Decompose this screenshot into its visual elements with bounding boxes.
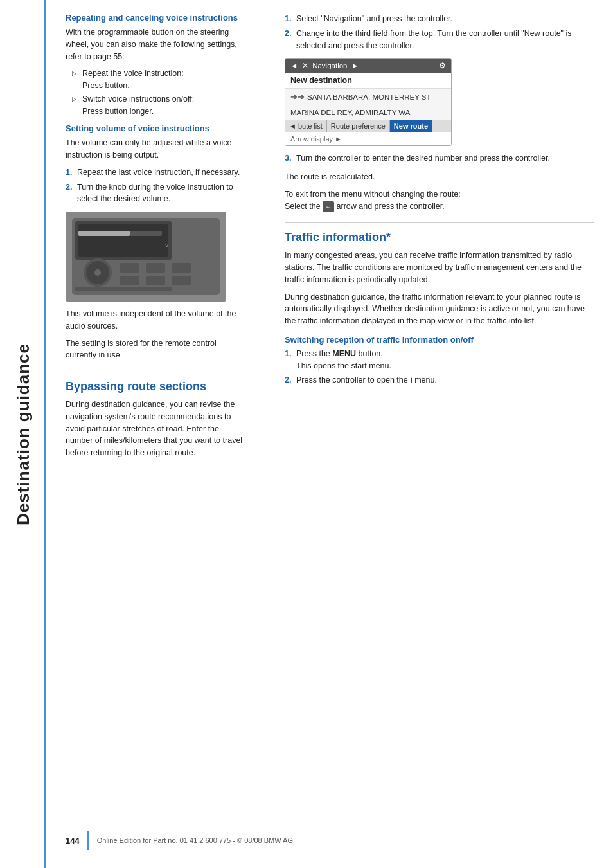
svg-rect-15 (172, 276, 191, 285)
section-traffic: Traffic information* In many congested a… (285, 222, 594, 386)
section-bypass-heading: Bypassing route sections (66, 372, 245, 393)
svg-rect-5 (78, 231, 130, 236)
footer-page-number: 144 (66, 836, 80, 845)
section-repeat-voice-heading: Repeating and canceling voice instructio… (66, 13, 245, 23)
traffic-step-2: 2. Press the controller to open the i me… (285, 374, 594, 386)
section-repeat-voice: Repeating and canceling voice instructio… (66, 13, 245, 117)
radio-image: V (66, 212, 226, 302)
bullet-switch: Switch voice instructions on/off: Press … (72, 93, 245, 118)
right-column: 1. Select "Navigation" and press the con… (285, 13, 594, 855)
repeat-voice-bullets: Repeat the voice instruction: Press butt… (66, 68, 245, 117)
dest1-arrow-icon: ➔➔ (290, 92, 305, 102)
section-volume-intro: The volume can only be adjusted while a … (66, 137, 245, 161)
section-volume: Setting volume of voice instructions The… (66, 123, 245, 361)
nav-ui-bottom: Arrow display ► (285, 132, 451, 145)
nav-ui-new-dest: New destination (285, 73, 451, 89)
nav-ui-dest2: MARINA DEL REY, ADMIRALTY WA (285, 105, 451, 120)
svg-rect-12 (172, 263, 191, 273)
svg-rect-10 (120, 263, 139, 273)
bypass-step-1: 1. Select "Navigation" and press the con… (285, 13, 594, 25)
nav-ui-tabs: ◄ bute list Route preference New route (285, 120, 451, 132)
section-bypass-intro: During destination guidance, you can rev… (66, 399, 245, 459)
section-bypass: Bypassing route sections During destinat… (66, 372, 245, 459)
tab-route-preference[interactable]: Route preference (327, 120, 390, 132)
dest2-text: MARINA DEL REY, ADMIRALTY WA (290, 109, 410, 116)
section-volume-heading: Setting volume of voice instructions (66, 123, 245, 133)
svg-text:V: V (165, 242, 169, 248)
sidebar: Destination guidance (0, 0, 46, 868)
dest1-text: SANTA BARBARA, MONTERREY ST (307, 93, 431, 101)
volume-caption1: This volume is independent of the volume… (66, 308, 245, 332)
svg-rect-11 (146, 263, 165, 273)
traffic-step-1: 1. Press the MENU button.This opens the … (285, 348, 594, 372)
bypass-step-3: 3. Turn the controller to enter the desi… (285, 152, 594, 165)
bullet-repeat: Repeat the voice instruction: Press butt… (72, 68, 245, 92)
bypass-steps-top: 1. Select "Navigation" and press the con… (285, 13, 594, 51)
nav-ui: ◄ ✕ Navigation ► ⚙ New destination ➔➔ SA… (285, 58, 452, 146)
traffic-steps: 1. Press the MENU button.This opens the … (285, 348, 594, 386)
svg-rect-3 (78, 224, 168, 257)
main-content: Repeating and canceling voice instructio… (46, 0, 613, 868)
svg-rect-16 (75, 287, 172, 291)
column-divider (265, 13, 265, 855)
sidebar-title: Destination guidance (13, 343, 33, 525)
nav-ui-header-text: ◄ ✕ Navigation ► (290, 61, 359, 70)
traffic-intro2: During destination guidance, the traffic… (285, 291, 594, 327)
page-container: Destination guidance Repeating and cance… (0, 0, 613, 868)
exit-text: To exit from the menu without changing t… (285, 188, 594, 213)
nav-ui-dest1: ➔➔ SANTA BARBARA, MONTERREY ST (285, 89, 451, 105)
recalc-text: The route is recalculated. (285, 171, 594, 183)
footer-blue-bar (87, 831, 89, 850)
nav-ui-header: ◄ ✕ Navigation ► ⚙ (285, 59, 451, 73)
section-repeat-voice-intro: With the programmable button on the stee… (66, 26, 245, 62)
traffic-heading: Traffic information* (285, 222, 594, 244)
volume-caption2: The setting is stored for the remote con… (66, 338, 245, 362)
volume-step-2: 2. Turn the knob during the voice instru… (66, 181, 245, 206)
tab-new-route[interactable]: New route (390, 120, 432, 132)
traffic-intro1: In many congested areas, you can receive… (285, 249, 594, 285)
svg-point-9 (94, 269, 101, 276)
svg-rect-14 (146, 276, 165, 285)
bypass-steps-bottom: 3. Turn the controller to enter the desi… (285, 152, 594, 165)
bypass-step-2: 2. Change into the third field from the … (285, 28, 594, 52)
svg-rect-13 (120, 276, 139, 285)
page-footer: 144 Online Edition for Part no. 01 41 2 … (46, 826, 613, 855)
back-arrow-icon: ← (323, 201, 334, 212)
left-column: Repeating and canceling voice instructio… (66, 13, 245, 855)
tab-route-list[interactable]: ◄ bute list (285, 120, 327, 132)
nav-ui-settings-icon: ⚙ (439, 61, 446, 70)
footer-text: Online Edition for Part no. 01 41 2 600 … (97, 836, 293, 844)
volume-steps: 1. Repeat the last voice instruction, if… (66, 167, 245, 205)
traffic-sub-heading: Switching reception of traffic informati… (285, 335, 594, 345)
volume-step-1: 1. Repeat the last voice instruction, if… (66, 167, 245, 179)
